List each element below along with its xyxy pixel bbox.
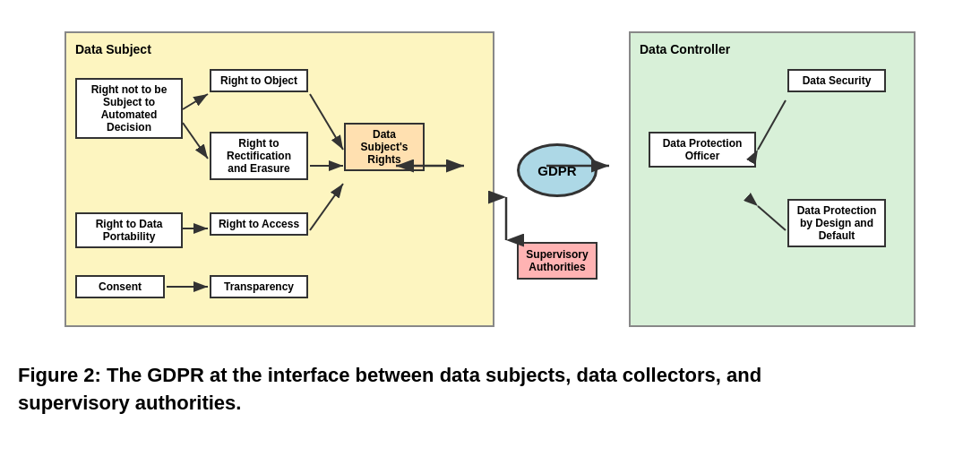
figure-caption: Figure 2: The GDPR at the interface betw… [18, 362, 824, 418]
svg-line-5 [310, 184, 343, 230]
box-object: Right to Object [210, 69, 308, 92]
svg-line-9 [758, 100, 786, 150]
svg-line-1 [183, 94, 208, 109]
box-supervisory: Supervisory Authorities [517, 242, 597, 280]
data-subject-container: Data Subject Right not to be Subject to … [64, 31, 494, 327]
box-access: Right to Access [210, 212, 308, 236]
box-data-protection-design: Data Protection by Design and Default [787, 199, 886, 247]
svg-line-2 [183, 123, 208, 159]
svg-line-3 [310, 94, 343, 150]
box-portability: Right to Data Portability [75, 212, 183, 248]
box-automated: Right not to be Subject to Automated Dec… [75, 78, 183, 139]
data-controller-container: Data Controller Data Protection Officer … [629, 31, 916, 327]
box-data-protection-officer: Data Protection Officer [649, 132, 756, 168]
box-data-subject-rights: Data Subject's Rights [344, 123, 425, 171]
box-data-security: Data Security [787, 69, 886, 92]
box-rectification: Right to Rectification and Erasure [210, 132, 308, 180]
box-consent: Consent [75, 275, 165, 298]
gdpr-center: GDPR Supervisory Authorities [494, 31, 620, 327]
gdpr-ellipse: GDPR [517, 143, 597, 197]
data-controller-label: Data Controller [640, 42, 905, 56]
box-transparency: Transparency [210, 275, 308, 298]
diagram-area: Data Subject Right not to be Subject to … [18, 18, 962, 340]
data-subject-label: Data Subject [75, 42, 484, 56]
svg-line-10 [758, 206, 786, 230]
